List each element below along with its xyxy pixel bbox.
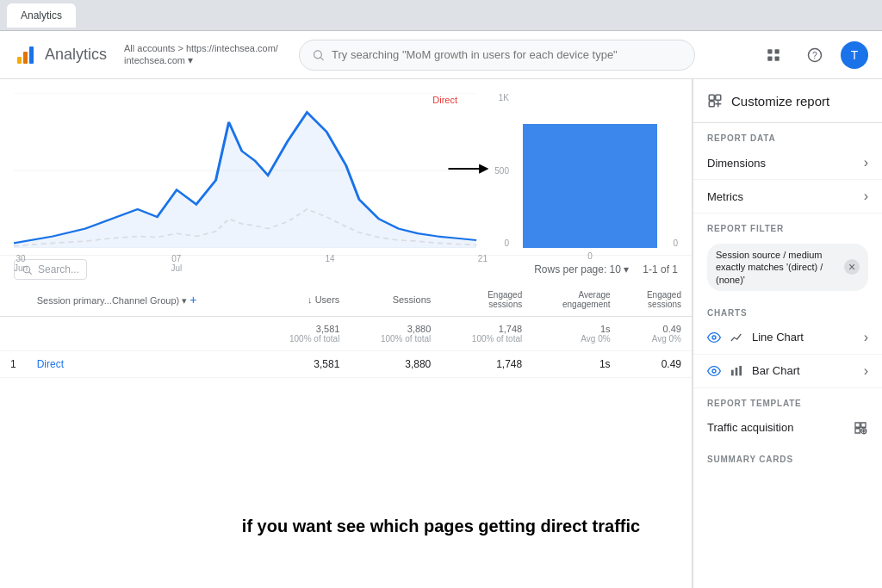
total-label bbox=[27, 317, 259, 351]
row-num: 1 bbox=[0, 351, 27, 378]
dimensions-label: Dimensions bbox=[707, 157, 766, 170]
search-input[interactable] bbox=[332, 48, 682, 61]
filter-tag: Session source / medium exactly matches … bbox=[707, 244, 868, 291]
bar-chart-row[interactable]: Bar Chart › bbox=[693, 355, 882, 388]
row-sessions: 3,880 bbox=[350, 351, 441, 378]
apps-button[interactable] bbox=[758, 40, 789, 71]
main-layout: Direct 1K 500 0 bbox=[0, 79, 882, 588]
filter-close-button[interactable]: × bbox=[844, 259, 860, 275]
line-chart-svg bbox=[14, 93, 509, 248]
report-data-label: REPORT DATA bbox=[693, 123, 882, 146]
svg-rect-2 bbox=[29, 46, 34, 64]
row-channel[interactable]: Direct bbox=[27, 351, 259, 378]
svg-rect-20 bbox=[716, 95, 721, 100]
tab-label: Analytics bbox=[21, 9, 62, 22]
data-table: Session primary...Channel Group) ▾ + ↓ U… bbox=[0, 283, 692, 588]
x-axis-labels: 30Jun 07Jul 14 21 bbox=[14, 251, 509, 273]
breadcrumb: All accounts > https://intechsea.com/ bbox=[124, 42, 278, 54]
dimensions-row[interactable]: Dimensions › bbox=[693, 146, 882, 180]
total-sessions: 3,880 100% of total bbox=[350, 317, 441, 351]
panel-title: Customize report bbox=[731, 94, 829, 108]
row-eng2: 0.49 bbox=[621, 351, 692, 378]
line-chart-left: Line Chart bbox=[707, 331, 804, 344]
svg-rect-24 bbox=[731, 370, 734, 376]
svg-text:?: ? bbox=[812, 49, 817, 59]
svg-rect-21 bbox=[709, 102, 714, 107]
panel-header: Customize report bbox=[693, 79, 882, 123]
line-chart-chevron: › bbox=[864, 330, 868, 345]
table-row: 1 Direct 3,581 3,880 1,748 1s 0.49 bbox=[0, 351, 692, 378]
left-panel: Direct 1K 500 0 bbox=[0, 79, 693, 588]
summary-cards-label: SUMMARY CARDS bbox=[693, 444, 882, 467]
search-icon bbox=[312, 48, 325, 62]
charts-label: CHARTS bbox=[693, 298, 882, 321]
total-engaged: 1,748 100% of total bbox=[441, 317, 532, 351]
eye-icon-bar bbox=[707, 364, 721, 378]
property-selector[interactable]: intechsea.com ▾ bbox=[124, 54, 278, 68]
y-axis-labels: 1K 500 0 bbox=[488, 93, 509, 248]
bar-chart-section: 0 0 bbox=[523, 93, 678, 248]
browser-bar: Analytics bbox=[0, 0, 882, 31]
header-icons: ? T bbox=[758, 40, 868, 71]
row-users: 3,581 bbox=[258, 351, 350, 378]
svg-rect-26 bbox=[739, 366, 742, 375]
svg-point-23 bbox=[712, 369, 716, 373]
table-total-row: 3,581 100% of total 3,880 100% of total … bbox=[0, 317, 692, 351]
col-engaged-sessions2[interactable]: Engagedsessions bbox=[621, 283, 692, 317]
search-bar[interactable] bbox=[299, 40, 695, 71]
total-eng2: 0.49 Avg 0% bbox=[621, 317, 692, 351]
chart-area: Direct 1K 500 0 bbox=[0, 79, 692, 255]
svg-rect-5 bbox=[767, 49, 772, 53]
customize-icon bbox=[707, 93, 723, 108]
total-avg: 1s Avg 0% bbox=[532, 317, 620, 351]
dimensions-chevron: › bbox=[864, 155, 868, 170]
svg-point-22 bbox=[712, 336, 716, 339]
page-count: 1-1 of 1 bbox=[643, 263, 678, 275]
line-chart-label: Line Chart bbox=[752, 331, 804, 344]
help-button[interactable]: ? bbox=[799, 40, 830, 71]
svg-rect-6 bbox=[775, 49, 780, 53]
svg-rect-19 bbox=[709, 95, 714, 100]
template-icon bbox=[853, 420, 868, 436]
total-num bbox=[0, 317, 27, 351]
traffic-table: Session primary...Channel Group) ▾ + ↓ U… bbox=[0, 283, 692, 378]
svg-rect-0 bbox=[17, 57, 22, 64]
svg-rect-25 bbox=[736, 368, 738, 375]
template-label: Traffic acquisition bbox=[707, 421, 793, 434]
bar-chart-inner bbox=[523, 93, 678, 248]
add-dimension-button[interactable]: + bbox=[189, 293, 196, 306]
browser-tab[interactable]: Analytics bbox=[7, 3, 76, 28]
table-header-row: Session primary...Channel Group) ▾ + ↓ U… bbox=[0, 283, 692, 317]
rows-per-page-label: Rows per page: 10 ▾ bbox=[534, 263, 629, 275]
col-num bbox=[0, 283, 27, 317]
col-channel[interactable]: Session primary...Channel Group) ▾ + bbox=[27, 283, 259, 317]
metrics-label: Metrics bbox=[707, 190, 743, 203]
right-panel: Customize report REPORT DATA Dimensions … bbox=[693, 79, 882, 588]
report-filter-label: REPORT FILTER bbox=[693, 214, 882, 237]
chart-container: Direct 1K 500 0 bbox=[14, 93, 678, 248]
svg-line-4 bbox=[320, 57, 323, 59]
line-chart-section: Direct 1K 500 0 bbox=[14, 93, 509, 248]
metrics-row[interactable]: Metrics › bbox=[693, 180, 882, 214]
blue-bar bbox=[523, 124, 657, 248]
app-title: Analytics bbox=[45, 46, 107, 64]
avatar[interactable]: T bbox=[841, 41, 868, 69]
svg-rect-1 bbox=[23, 52, 28, 64]
bar-chart-left: Bar Chart bbox=[707, 364, 800, 378]
col-avg-engagement[interactable]: Averageengagement bbox=[532, 283, 620, 317]
total-users: 3,581 100% of total bbox=[258, 317, 350, 351]
bar-y-axis: 0 bbox=[661, 93, 678, 248]
col-sessions[interactable]: Sessions bbox=[350, 283, 441, 317]
row-engaged: 1,748 bbox=[441, 351, 532, 378]
metrics-chevron: › bbox=[864, 189, 868, 204]
svg-marker-14 bbox=[14, 113, 476, 249]
app-header: Analytics All accounts > https://intechs… bbox=[0, 31, 882, 79]
line-chart-icon bbox=[730, 331, 743, 344]
line-chart-row[interactable]: Line Chart › bbox=[693, 321, 882, 355]
bar-chart-icon bbox=[730, 364, 743, 378]
bar-chart-label: Bar Chart bbox=[752, 364, 800, 377]
col-users[interactable]: ↓ Users bbox=[258, 283, 350, 317]
filter-text: Session source / medium exactly matches … bbox=[716, 249, 837, 286]
template-row: Traffic acquisition bbox=[693, 412, 882, 444]
col-engaged-sessions[interactable]: Engagedsessions bbox=[441, 283, 532, 317]
